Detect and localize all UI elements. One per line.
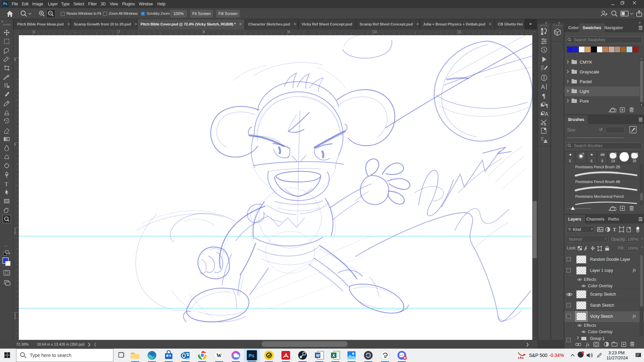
svg-text:W: W <box>316 353 320 358</box>
svg-text:A: A <box>541 84 545 90</box>
svg-text:W: W <box>216 353 222 358</box>
svg-text:NEW: NEW <box>186 358 191 360</box>
svg-text:A: A <box>545 111 548 117</box>
svg-text:fx: fx <box>586 342 590 347</box>
svg-text:X: X <box>332 353 335 358</box>
svg-text:Ps: Ps <box>249 353 254 358</box>
svg-text:T: T <box>613 227 616 232</box>
svg-text:¶: ¶ <box>542 93 545 100</box>
svg-text:T: T <box>5 181 8 187</box>
svg-text:¶: ¶ <box>545 103 548 108</box>
